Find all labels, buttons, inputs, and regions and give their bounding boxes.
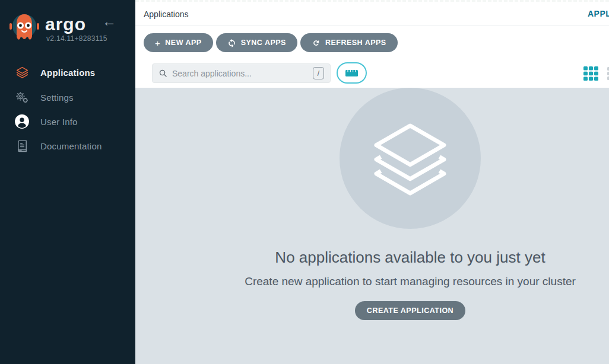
filter-row: / — [152, 62, 603, 84]
action-buttons-row: + NEW APP SYNC APPS REFRESH A — [144, 33, 398, 52]
logo-wordmark: argo — [45, 14, 86, 34]
argo-cd-app: argo v2.14.11+8283115 ← Applications — [0, 0, 609, 364]
list-view-icon[interactable] — [607, 66, 609, 81]
view-switch — [583, 66, 609, 81]
grid-view-icon[interactable] — [583, 66, 599, 81]
new-app-button[interactable]: + NEW APP — [144, 33, 213, 52]
new-app-button-label: NEW APP — [165, 39, 201, 47]
sidebar-item-documentation[interactable]: Documentation — [0, 134, 135, 158]
applications-content: No applications available to you just ye… — [135, 88, 609, 364]
health-status-bar-toggle[interactable] — [337, 62, 367, 84]
sidebar-item-user-info[interactable]: User Info — [0, 109, 135, 134]
version-label: v2.14.11+8283115 — [46, 34, 107, 43]
collapse-sidebar-icon[interactable]: ← — [102, 14, 116, 28]
layers-large-icon — [365, 115, 455, 202]
search-input[interactable] — [172, 69, 313, 78]
refresh-icon — [312, 39, 321, 47]
refresh-apps-button-label: REFRESH APPS — [325, 39, 386, 47]
search-icon — [158, 69, 167, 78]
sidebar-item-label: Documentation — [40, 141, 102, 151]
sync-apps-button-label: SYNC APPS — [241, 39, 286, 47]
create-application-button[interactable]: CREATE APPLICATION — [355, 301, 465, 320]
sidebar-item-settings[interactable]: Settings — [0, 85, 135, 109]
sidebar-nav: Applications — [0, 59, 135, 158]
breadcrumb: Applications — [144, 9, 189, 19]
toolbar: + NEW APP SYNC APPS REFRESH A — [135, 26, 609, 88]
sidebar-item-label: Settings — [40, 92, 74, 103]
empty-state: No applications available to you just ye… — [173, 88, 609, 320]
sync-icon — [227, 39, 236, 47]
gears-icon — [14, 90, 30, 105]
sidebar-item-applications[interactable]: Applications — [0, 59, 135, 85]
argo-octopus-logo-icon — [6, 9, 43, 46]
search-box[interactable]: / — [152, 63, 331, 83]
plus-icon: + — [155, 38, 160, 48]
ruler-icon — [345, 70, 358, 76]
empty-state-title: No applications available to you just ye… — [173, 248, 609, 267]
sync-apps-button[interactable]: SYNC APPS — [216, 33, 297, 52]
applications-tab-link[interactable]: APPL — [588, 9, 609, 18]
refresh-apps-button[interactable]: REFRESH APPS — [300, 33, 398, 52]
sidebar-item-label: Applications — [40, 68, 95, 78]
sidebar: argo v2.14.11+8283115 ← Applications — [0, 0, 135, 364]
empty-state-subtitle: Create new application to start managing… — [173, 275, 609, 288]
user-icon — [14, 114, 30, 129]
keyboard-shortcut-badge: / — [313, 67, 324, 79]
top-bar: Applications APPL — [135, 0, 609, 26]
empty-state-circle — [340, 88, 481, 229]
layers-icon — [14, 65, 30, 80]
doc-icon — [14, 138, 30, 154]
sidebar-item-label: User Info — [40, 117, 78, 127]
